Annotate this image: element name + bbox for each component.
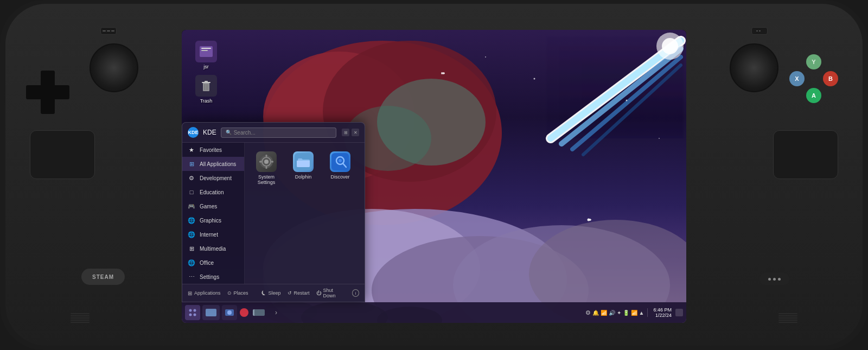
sidebar-item-graphics[interactable]: 🌐 Graphics	[182, 213, 244, 227]
b-button[interactable]: B	[823, 71, 838, 86]
right-touchpad[interactable]	[773, 130, 838, 179]
app-item-discover[interactable]: Discover	[324, 148, 356, 188]
search-placeholder: Search...	[234, 130, 256, 136]
dolphin-label: Dolphin	[295, 174, 312, 180]
svg-line-8	[572, 57, 681, 149]
desktop-icon-jsr[interactable]: jsr	[190, 41, 222, 69]
left-touchpad[interactable]	[30, 130, 95, 179]
menu-close-button[interactable]: ✕	[352, 129, 359, 136]
taskbar-pinned-app-2[interactable]	[222, 305, 237, 320]
steam-button[interactable]: STEAM	[81, 269, 125, 285]
svg-point-3	[377, 79, 486, 166]
svg-rect-39	[266, 167, 267, 169]
menu-view-button[interactable]: ⊞	[342, 129, 349, 136]
menu-right-button[interactable]	[751, 27, 768, 35]
discover-app-icon	[330, 151, 350, 172]
sidebar-item-internet[interactable]: 🌐 Internet	[182, 227, 244, 241]
restart-footer-btn[interactable]: ↺ Restart	[288, 290, 310, 296]
places-icon: ⊙	[227, 290, 232, 296]
svg-point-47	[189, 309, 192, 312]
three-dots-button[interactable]	[760, 273, 789, 285]
shutdown-footer-btn[interactable]: ⏻ Shut Down	[316, 288, 346, 298]
taskbar-pinned-app-1[interactable]	[202, 305, 220, 320]
sidebar-item-multimedia[interactable]: ⊞ Multimedia	[182, 241, 244, 256]
restart-icon: ↺	[288, 290, 292, 296]
left-analog-stick[interactable]	[90, 43, 138, 92]
taskbar-pinned-app-3[interactable]	[239, 308, 249, 317]
office-label: Office	[200, 260, 214, 266]
taskbar-arrow-btn[interactable]: ›	[269, 305, 284, 320]
app-item-system-settings[interactable]: System Settings	[250, 148, 283, 188]
tray-star-icon[interactable]: ✦	[617, 310, 621, 316]
svg-point-21	[534, 78, 535, 80]
right-analog-stick[interactable]	[730, 43, 778, 92]
dpad[interactable]	[26, 71, 69, 114]
places-footer-btn[interactable]: ⊙ Places	[227, 290, 248, 296]
svg-point-17	[441, 72, 443, 74]
tray-battery-icon[interactable]: 🔋	[623, 310, 629, 316]
svg-point-49	[189, 314, 192, 316]
applications-footer-label: Applications	[194, 290, 221, 296]
taskbar-launcher-btn[interactable]	[185, 305, 200, 320]
x-label: X	[795, 75, 799, 82]
tray-wifi-icon[interactable]: 📶	[601, 310, 607, 316]
education-label: Education	[200, 189, 224, 195]
sidebar-item-favorites[interactable]: ★ Favorites	[182, 143, 244, 157]
dot-3	[778, 278, 781, 281]
sidebar-item-development[interactable]: ⚙ Development	[182, 171, 244, 185]
a-button[interactable]: A	[806, 88, 821, 103]
abxy-buttons: Y X B A	[789, 54, 838, 103]
taskbar-pinned-app-4[interactable]	[251, 305, 266, 320]
kde-menu: KDE KDE 🔍 Search... ⊞ ✕	[182, 122, 365, 302]
office-icon: 🌐	[188, 259, 195, 266]
steam-label: STEAM	[92, 274, 114, 280]
sidebar-item-all-apps[interactable]: ⊞ All Applications	[182, 157, 244, 171]
internet-icon: 🌐	[188, 231, 195, 238]
svg-point-46	[339, 159, 342, 162]
trash-icon-label: Trash	[200, 98, 213, 104]
jsr-icon-label: jsr	[203, 64, 209, 69]
x-button[interactable]: X	[789, 71, 805, 86]
sleep-footer-btn[interactable]: ⏾ Sleep	[261, 290, 281, 296]
tray-expand-icon[interactable]: ▲	[639, 310, 644, 316]
search-icon: 🔍	[226, 130, 232, 135]
sidebar-item-education[interactable]: □ Education	[182, 185, 244, 199]
all-apps-label: All Applications	[200, 161, 236, 167]
b-label: B	[828, 75, 833, 82]
kde-logo: KDE	[188, 127, 199, 138]
kde-title: KDE	[203, 129, 216, 136]
sidebar-item-settings[interactable]: ⋯ Settings	[182, 270, 244, 284]
favorites-label: Favorites	[200, 147, 222, 153]
clock[interactable]: 6:46 PM 1/22/24	[653, 307, 672, 318]
taskbar-right: ⚙ 🔔 📶 🔊 ✦ 🔋 📶 ▲ 6:46 PM 1/22/24	[585, 307, 683, 318]
tray-signal-icon[interactable]: 📶	[631, 310, 637, 316]
y-label: Y	[812, 59, 815, 65]
kde-menu-footer: ⊞ Applications ⊙ Places ⏾ Sleep ↺ Resta	[182, 284, 365, 302]
app-item-dolphin[interactable]: Dolphin	[287, 148, 320, 188]
screen-toggle-btn[interactable]	[675, 309, 683, 316]
shutdown-info-btn[interactable]: i	[352, 289, 359, 297]
dpad-vertical	[41, 71, 55, 114]
svg-rect-27	[201, 48, 211, 49]
kde-search-box[interactable]: 🔍 Search...	[221, 128, 336, 138]
tray-settings-icon[interactable]: ⚙	[585, 309, 591, 316]
menu-left-button[interactable]	[100, 27, 117, 35]
games-icon: 🎮	[188, 202, 195, 210]
applications-footer-btn[interactable]: ⊞ Applications	[188, 290, 221, 296]
education-icon: □	[188, 188, 195, 196]
kde-menu-sidebar: ★ Favorites ⊞ All Applications ⚙ Develop…	[182, 143, 245, 284]
sidebar-item-games[interactable]: 🎮 Games	[182, 199, 244, 213]
shutdown-label: Shut Down	[323, 288, 346, 298]
settings-label: Settings	[200, 274, 219, 280]
sidebar-item-office[interactable]: 🌐 Office	[182, 256, 244, 270]
svg-line-9	[583, 65, 681, 155]
clock-date: 1/22/24	[655, 313, 672, 318]
desktop-icon-trash[interactable]: Trash	[190, 75, 222, 104]
tray-notification-icon[interactable]: 🔔	[592, 310, 599, 316]
graphics-icon: 🌐	[188, 217, 195, 224]
y-button[interactable]: Y	[806, 54, 821, 69]
development-label: Development	[200, 175, 232, 181]
tray-volume-icon[interactable]: 🔊	[609, 310, 615, 316]
controller-right: Y X B A	[686, 0, 868, 350]
shutdown-icon: ⏻	[316, 290, 321, 296]
